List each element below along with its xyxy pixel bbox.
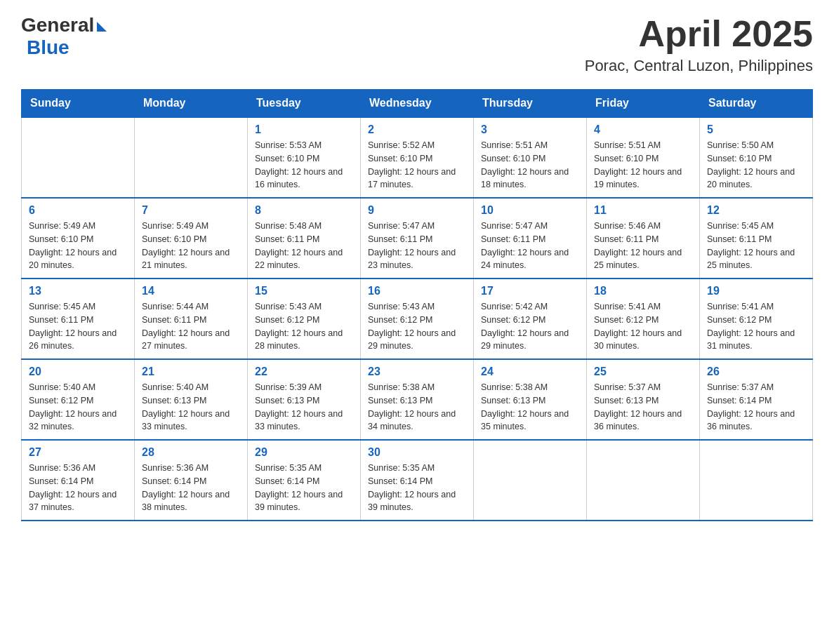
day-number: 20	[29, 365, 127, 378]
day-info: Sunrise: 5:43 AMSunset: 6:12 PMDaylight:…	[368, 300, 466, 353]
day-info: Sunrise: 5:52 AMSunset: 6:10 PMDaylight:…	[368, 139, 466, 192]
day-info: Sunrise: 5:38 AMSunset: 6:13 PMDaylight:…	[368, 381, 466, 434]
table-row: 20Sunrise: 5:40 AMSunset: 6:12 PMDayligh…	[22, 359, 135, 440]
day-number: 28	[142, 446, 240, 459]
day-number: 1	[255, 123, 353, 136]
day-number: 15	[255, 285, 353, 297]
table-row: 1Sunrise: 5:53 AMSunset: 6:10 PMDaylight…	[248, 117, 361, 198]
day-info: Sunrise: 5:45 AMSunset: 6:11 PMDaylight:…	[29, 300, 127, 353]
logo-blue-text: Blue	[27, 36, 70, 59]
day-number: 23	[368, 365, 466, 378]
table-row: 30Sunrise: 5:35 AMSunset: 6:14 PMDayligh…	[361, 440, 474, 521]
day-info: Sunrise: 5:49 AMSunset: 6:10 PMDaylight:…	[29, 220, 127, 272]
day-info: Sunrise: 5:42 AMSunset: 6:12 PMDaylight:…	[481, 300, 579, 353]
table-row: 16Sunrise: 5:43 AMSunset: 6:12 PMDayligh…	[361, 279, 474, 359]
table-row: 18Sunrise: 5:41 AMSunset: 6:12 PMDayligh…	[587, 279, 700, 359]
table-row: 4Sunrise: 5:51 AMSunset: 6:10 PMDaylight…	[587, 117, 700, 198]
day-number: 13	[29, 285, 127, 297]
table-row: 27Sunrise: 5:36 AMSunset: 6:14 PMDayligh…	[22, 440, 135, 521]
day-info: Sunrise: 5:53 AMSunset: 6:10 PMDaylight:…	[255, 139, 353, 192]
page-subtitle: Porac, Central Luzon, Philippines	[585, 57, 813, 75]
day-number: 22	[255, 365, 353, 378]
day-info: Sunrise: 5:43 AMSunset: 6:12 PMDaylight:…	[255, 300, 353, 353]
logo-general-text: General	[21, 14, 94, 36]
table-row	[135, 117, 248, 198]
col-tuesday: Tuesday	[248, 90, 361, 118]
title-block: April 2025 Porac, Central Luzon, Philipp…	[585, 14, 813, 75]
table-row: 23Sunrise: 5:38 AMSunset: 6:13 PMDayligh…	[361, 359, 474, 440]
table-row	[474, 440, 587, 521]
table-row: 2Sunrise: 5:52 AMSunset: 6:10 PMDaylight…	[361, 117, 474, 198]
day-number: 7	[142, 204, 240, 217]
day-info: Sunrise: 5:36 AMSunset: 6:14 PMDaylight:…	[142, 462, 240, 514]
col-thursday: Thursday	[474, 90, 587, 118]
table-row: 11Sunrise: 5:46 AMSunset: 6:11 PMDayligh…	[587, 198, 700, 279]
day-number: 11	[594, 204, 692, 217]
col-saturday: Saturday	[700, 90, 813, 118]
day-info: Sunrise: 5:41 AMSunset: 6:12 PMDaylight:…	[594, 300, 692, 353]
table-row: 28Sunrise: 5:36 AMSunset: 6:14 PMDayligh…	[135, 440, 248, 521]
day-info: Sunrise: 5:46 AMSunset: 6:11 PMDaylight:…	[594, 220, 692, 272]
day-number: 12	[707, 204, 805, 217]
table-row: 22Sunrise: 5:39 AMSunset: 6:13 PMDayligh…	[248, 359, 361, 440]
table-row: 7Sunrise: 5:49 AMSunset: 6:10 PMDaylight…	[135, 198, 248, 279]
day-number: 6	[29, 204, 127, 217]
table-row: 5Sunrise: 5:50 AMSunset: 6:10 PMDaylight…	[700, 117, 813, 198]
table-row: 14Sunrise: 5:44 AMSunset: 6:11 PMDayligh…	[135, 279, 248, 359]
table-row: 17Sunrise: 5:42 AMSunset: 6:12 PMDayligh…	[474, 279, 587, 359]
day-number: 21	[142, 365, 240, 378]
table-row	[587, 440, 700, 521]
logo-arrow-icon	[97, 22, 107, 32]
col-friday: Friday	[587, 90, 700, 118]
table-row: 25Sunrise: 5:37 AMSunset: 6:13 PMDayligh…	[587, 359, 700, 440]
table-row: 24Sunrise: 5:38 AMSunset: 6:13 PMDayligh…	[474, 359, 587, 440]
day-info: Sunrise: 5:37 AMSunset: 6:13 PMDaylight:…	[594, 381, 692, 434]
day-number: 30	[368, 446, 466, 459]
table-row	[22, 117, 135, 198]
day-info: Sunrise: 5:35 AMSunset: 6:14 PMDaylight:…	[255, 462, 353, 514]
calendar-week-row: 6Sunrise: 5:49 AMSunset: 6:10 PMDaylight…	[22, 198, 813, 279]
day-number: 2	[368, 123, 466, 136]
calendar-week-row: 27Sunrise: 5:36 AMSunset: 6:14 PMDayligh…	[22, 440, 813, 521]
day-info: Sunrise: 5:40 AMSunset: 6:12 PMDaylight:…	[29, 381, 127, 434]
page-header: General Blue April 2025 Porac, Central L…	[21, 14, 813, 75]
calendar-week-row: 1Sunrise: 5:53 AMSunset: 6:10 PMDaylight…	[22, 117, 813, 198]
logo: General Blue	[21, 14, 107, 59]
calendar-header-row: Sunday Monday Tuesday Wednesday Thursday…	[22, 90, 813, 118]
day-info: Sunrise: 5:36 AMSunset: 6:14 PMDaylight:…	[29, 462, 127, 514]
table-row: 26Sunrise: 5:37 AMSunset: 6:14 PMDayligh…	[700, 359, 813, 440]
day-number: 18	[594, 285, 692, 297]
day-info: Sunrise: 5:47 AMSunset: 6:11 PMDaylight:…	[368, 220, 466, 272]
table-row: 12Sunrise: 5:45 AMSunset: 6:11 PMDayligh…	[700, 198, 813, 279]
day-number: 26	[707, 365, 805, 378]
table-row: 9Sunrise: 5:47 AMSunset: 6:11 PMDaylight…	[361, 198, 474, 279]
table-row: 15Sunrise: 5:43 AMSunset: 6:12 PMDayligh…	[248, 279, 361, 359]
table-row: 13Sunrise: 5:45 AMSunset: 6:11 PMDayligh…	[22, 279, 135, 359]
table-row: 21Sunrise: 5:40 AMSunset: 6:13 PMDayligh…	[135, 359, 248, 440]
calendar-table: Sunday Monday Tuesday Wednesday Thursday…	[21, 89, 813, 521]
page-title: April 2025	[585, 14, 813, 54]
day-number: 25	[594, 365, 692, 378]
calendar-week-row: 13Sunrise: 5:45 AMSunset: 6:11 PMDayligh…	[22, 279, 813, 359]
day-number: 27	[29, 446, 127, 459]
day-info: Sunrise: 5:47 AMSunset: 6:11 PMDaylight:…	[481, 220, 579, 272]
day-number: 3	[481, 123, 579, 136]
col-wednesday: Wednesday	[361, 90, 474, 118]
table-row: 8Sunrise: 5:48 AMSunset: 6:11 PMDaylight…	[248, 198, 361, 279]
day-info: Sunrise: 5:48 AMSunset: 6:11 PMDaylight:…	[255, 220, 353, 272]
day-info: Sunrise: 5:51 AMSunset: 6:10 PMDaylight:…	[594, 139, 692, 192]
day-info: Sunrise: 5:49 AMSunset: 6:10 PMDaylight:…	[142, 220, 240, 272]
table-row: 6Sunrise: 5:49 AMSunset: 6:10 PMDaylight…	[22, 198, 135, 279]
table-row	[700, 440, 813, 521]
day-number: 5	[707, 123, 805, 136]
day-info: Sunrise: 5:35 AMSunset: 6:14 PMDaylight:…	[368, 462, 466, 514]
day-number: 4	[594, 123, 692, 136]
day-info: Sunrise: 5:40 AMSunset: 6:13 PMDaylight:…	[142, 381, 240, 434]
day-info: Sunrise: 5:51 AMSunset: 6:10 PMDaylight:…	[481, 139, 579, 192]
day-number: 19	[707, 285, 805, 297]
day-info: Sunrise: 5:39 AMSunset: 6:13 PMDaylight:…	[255, 381, 353, 434]
col-sunday: Sunday	[22, 90, 135, 118]
day-info: Sunrise: 5:45 AMSunset: 6:11 PMDaylight:…	[707, 220, 805, 272]
table-row: 3Sunrise: 5:51 AMSunset: 6:10 PMDaylight…	[474, 117, 587, 198]
day-number: 17	[481, 285, 579, 297]
